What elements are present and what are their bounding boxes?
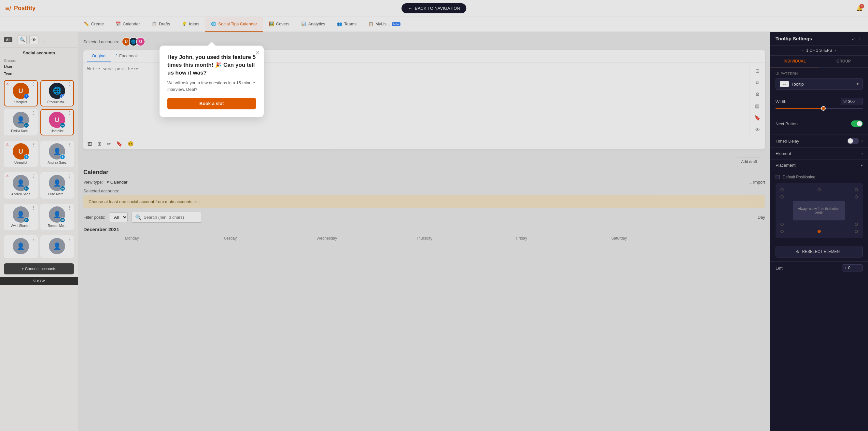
tooltip-modal: ✕ Hey John, you used this feature 5 time… xyxy=(159,45,264,117)
tooltip-arrow xyxy=(208,42,216,45)
tooltip-close-button[interactable]: ✕ xyxy=(255,50,260,56)
modal-overlay: ✕ Hey John, you used this feature 5 time… xyxy=(0,0,434,216)
tooltip-body: We will ask you a few questions in a 15-… xyxy=(167,80,256,92)
tooltip-heading: Hey John, you used this feature 5 times … xyxy=(167,53,256,76)
book-slot-button[interactable]: Book a slot xyxy=(167,98,256,110)
